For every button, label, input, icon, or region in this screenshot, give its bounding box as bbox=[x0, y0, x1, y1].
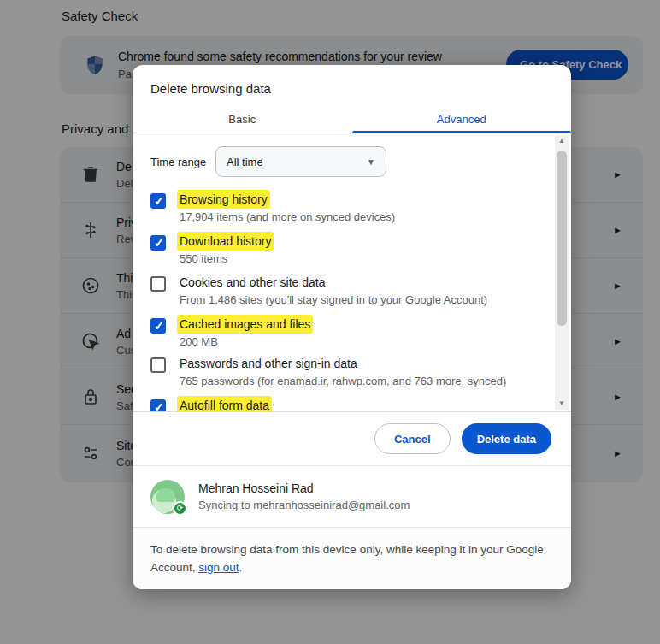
dialog-scroll-area: Time range All time ▼ Browsing history 1… bbox=[133, 133, 571, 412]
dialog-footer: To delete browsing data from this device… bbox=[133, 528, 571, 589]
item-text: Download history 550 items bbox=[180, 233, 271, 265]
item-detail: 17,904 items (and more on synced devices… bbox=[180, 210, 395, 223]
item-cookies: Cookies and other site data From 1,486 s… bbox=[133, 275, 571, 306]
avatar: ⟳ bbox=[150, 480, 185, 514]
dropdown-caret-icon: ▼ bbox=[367, 157, 375, 167]
item-label: Cached images and files bbox=[180, 317, 310, 331]
item-cached-images: Cached images and files 200 MB bbox=[133, 316, 571, 348]
dialog-button-row: Cancel Delete data bbox=[133, 412, 571, 466]
time-range-row: Time range All time ▼ bbox=[150, 146, 386, 177]
time-range-label: Time range bbox=[150, 156, 215, 168]
item-text: Browsing history 17,904 items (and more … bbox=[180, 192, 395, 223]
scrollbar[interactable]: ▲ ▼ bbox=[555, 135, 569, 410]
scrollbar-thumb[interactable] bbox=[557, 151, 567, 326]
item-download-history: Download history 550 items bbox=[133, 233, 571, 265]
item-passwords: Passwords and other sign-in data 765 pas… bbox=[133, 356, 571, 387]
item-label: Browsing history bbox=[180, 192, 268, 206]
footer-text-period: . bbox=[239, 561, 243, 574]
cached-images-checkbox[interactable] bbox=[150, 318, 166, 334]
item-label: Cookies and other site data bbox=[180, 275, 325, 289]
item-detail: 550 items bbox=[180, 252, 271, 265]
browsing-history-checkbox[interactable] bbox=[150, 193, 166, 209]
dialog-title: Delete browsing data bbox=[133, 65, 571, 107]
scroll-down-icon[interactable]: ▼ bbox=[555, 398, 569, 410]
item-text: Cached images and files 200 MB bbox=[180, 316, 310, 348]
dialog-tabs: Basic Advanced bbox=[133, 107, 571, 133]
account-text: Mehran Hosseini Rad Syncing to mehranhos… bbox=[198, 482, 410, 511]
delete-data-button[interactable]: Delete data bbox=[462, 423, 551, 454]
item-browsing-history: Browsing history 17,904 items (and more … bbox=[133, 192, 571, 223]
item-autofill: Autofill form data bbox=[133, 398, 571, 412]
delete-browsing-data-dialog: Delete browsing data Basic Advanced Time… bbox=[133, 65, 571, 589]
account-sync-status: Syncing to mehranhosseinirad@gmail.com bbox=[198, 499, 410, 511]
account-section: ⟳ Mehran Hosseini Rad Syncing to mehranh… bbox=[133, 466, 571, 528]
item-detail: 200 MB bbox=[180, 335, 310, 348]
chrome-settings-page: Safety Check Chrome found some safety re… bbox=[0, 0, 660, 644]
tab-basic[interactable]: Basic bbox=[133, 107, 352, 133]
time-range-select[interactable]: All time ▼ bbox=[215, 146, 386, 177]
sign-out-link[interactable]: sign out bbox=[198, 561, 239, 574]
item-label: Passwords and other sign-in data bbox=[180, 357, 357, 370]
item-label: Autofill form data bbox=[180, 399, 269, 412]
item-text: Passwords and other sign-in data 765 pas… bbox=[180, 356, 506, 387]
sync-badge-icon: ⟳ bbox=[173, 501, 187, 516]
scroll-up-icon[interactable]: ▲ bbox=[555, 135, 569, 147]
cancel-button[interactable]: Cancel bbox=[374, 423, 451, 454]
time-range-value: All time bbox=[227, 156, 263, 168]
passwords-checkbox[interactable] bbox=[150, 357, 166, 373]
item-detail: 765 passwords (for enamad.ir, rahwp.com,… bbox=[180, 375, 506, 387]
download-history-checkbox[interactable] bbox=[150, 235, 166, 251]
item-label: Download history bbox=[180, 234, 271, 248]
cookies-checkbox[interactable] bbox=[150, 276, 166, 292]
autofill-checkbox[interactable] bbox=[150, 399, 166, 412]
account-name: Mehran Hosseini Rad bbox=[198, 482, 410, 495]
item-text: Cookies and other site data From 1,486 s… bbox=[180, 275, 487, 306]
tab-advanced[interactable]: Advanced bbox=[352, 107, 572, 133]
item-text: Autofill form data bbox=[180, 398, 269, 412]
item-detail: From 1,486 sites (you'll stay signed in … bbox=[180, 293, 487, 306]
